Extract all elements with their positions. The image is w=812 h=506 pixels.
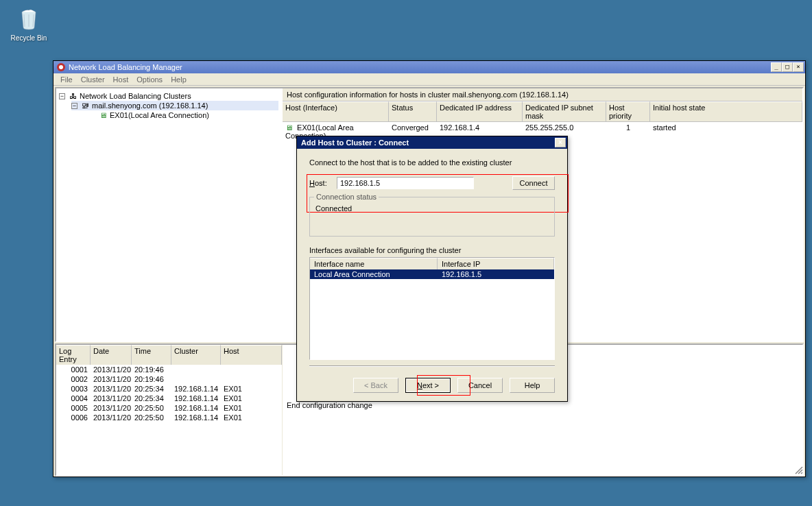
menu-file[interactable]: File bbox=[56, 74, 77, 85]
log-time: 20:19:46 bbox=[132, 374, 171, 384]
host-th-status[interactable]: Status bbox=[389, 101, 437, 121]
interface-row-name: Local Area Connection bbox=[310, 269, 438, 279]
dialog-close-button[interactable]: × bbox=[555, 138, 566, 147]
host-label: Host: bbox=[309, 179, 337, 187]
log-th-time[interactable]: Time bbox=[132, 345, 171, 365]
log-host: EX01 bbox=[221, 384, 282, 394]
log-host: EX01 bbox=[221, 413, 282, 422]
log-th-cluster[interactable]: Cluster bbox=[171, 345, 221, 365]
maximize-button[interactable]: □ bbox=[782, 62, 793, 72]
log-cluster bbox=[171, 365, 221, 374]
menu-help[interactable]: Help bbox=[167, 74, 191, 85]
log-host: EX01 bbox=[221, 403, 282, 413]
minimize-button[interactable]: _ bbox=[771, 62, 782, 72]
log-date: 2013/11/20 bbox=[91, 374, 132, 384]
tree-expand-root[interactable]: − bbox=[59, 93, 65, 99]
log-time: 20:25:34 bbox=[132, 384, 171, 394]
host-th-mask[interactable]: Dedicated IP subnet mask bbox=[523, 101, 606, 121]
log-entry: 0002 bbox=[56, 374, 91, 384]
log-th-date[interactable]: Date bbox=[91, 345, 132, 365]
log-host: EX01 bbox=[221, 394, 282, 403]
back-button: < Back bbox=[353, 378, 398, 393]
log-row[interactable]: 00022013/11/2020:19:46 bbox=[56, 374, 282, 384]
window-titlebar[interactable]: Network Load Balancing Manager _ □ × bbox=[53, 61, 805, 73]
log-row[interactable]: 00052013/11/2020:25:50192.168.1.14EX01 bbox=[56, 403, 282, 413]
log-entry: 0006 bbox=[56, 413, 91, 422]
host-row-state: started bbox=[650, 123, 802, 141]
log-entry: 0001 bbox=[56, 365, 91, 374]
host-th-priority[interactable]: Host priority bbox=[606, 101, 650, 121]
log-time: 20:19:46 bbox=[132, 365, 171, 374]
connection-status-legend: Connection status bbox=[314, 193, 379, 201]
host-th-state[interactable]: Initial host state bbox=[650, 101, 802, 121]
log-cluster: 192.168.1.14 bbox=[171, 403, 221, 413]
log-cluster: 192.168.1.14 bbox=[171, 394, 221, 403]
log-row[interactable]: 00012013/11/2020:19:46 bbox=[56, 365, 282, 374]
log-row[interactable]: 00032013/11/2020:25:34192.168.1.14EX01 bbox=[56, 384, 282, 394]
cluster-icon: 🖳 bbox=[80, 101, 90, 110]
log-th-entry[interactable]: Log Entry bbox=[56, 345, 91, 365]
tree-root-label: Network Load Balancing Clusters bbox=[80, 92, 191, 100]
dialog-instruction: Connect to the host that is to be added … bbox=[309, 158, 555, 167]
interface-th-name[interactable]: Interface name bbox=[310, 258, 438, 269]
resize-grip-icon[interactable] bbox=[794, 466, 804, 475]
log-date: 2013/11/20 bbox=[91, 394, 132, 403]
log-th-host[interactable]: Host bbox=[221, 345, 282, 365]
connect-button[interactable]: Connect bbox=[512, 176, 555, 190]
tree-host-label[interactable]: EX01(Local Area Connection) bbox=[110, 111, 209, 119]
interface-th-ip[interactable]: Interface IP bbox=[438, 258, 554, 269]
log-cluster: 192.168.1.14 bbox=[171, 384, 221, 394]
host-row-priority: 1 bbox=[606, 123, 650, 141]
menu-options[interactable]: Options bbox=[132, 74, 167, 85]
connection-status-text: Connected bbox=[315, 204, 549, 213]
connection-status-group: Connection status Connected bbox=[309, 197, 555, 237]
svg-point-2 bbox=[59, 65, 63, 69]
recycle-bin-glyph bbox=[16, 7, 41, 32]
window-title: Network Load Balancing Manager bbox=[69, 63, 771, 71]
log-row[interactable]: 00042013/11/2020:25:34192.168.1.14EX01 bbox=[56, 394, 282, 403]
log-time: 20:25:50 bbox=[132, 403, 171, 413]
log-date: 2013/11/20 bbox=[91, 413, 132, 422]
recycle-bin-icon[interactable]: Recycle Bin bbox=[8, 7, 49, 42]
host-config-header: Host configuration information for hosts… bbox=[283, 88, 802, 101]
log-host bbox=[221, 365, 282, 374]
log-date: 2013/11/20 bbox=[91, 384, 132, 394]
log-time: 20:25:50 bbox=[132, 413, 171, 422]
log-detail-text: End configuration change bbox=[287, 401, 798, 409]
dialog-titlebar[interactable]: Add Host to Cluster : Connect × bbox=[297, 136, 567, 149]
menu-host[interactable]: Host bbox=[109, 74, 133, 85]
cluster-tree[interactable]: − 🖧 Network Load Balancing Clusters − 🖳 … bbox=[56, 88, 283, 341]
nlb-app-icon bbox=[56, 62, 66, 72]
interface-list[interactable]: Interface name Interface IP Local Area C… bbox=[309, 257, 555, 360]
log-date: 2013/11/20 bbox=[91, 403, 132, 413]
host-icon: 🖥 bbox=[98, 111, 108, 119]
host-th-interface[interactable]: Host (Interface) bbox=[283, 101, 389, 121]
clusters-icon: 🖧 bbox=[68, 92, 77, 100]
log-cluster: 192.168.1.14 bbox=[171, 413, 221, 422]
interfaces-label: Interfaces available for configuring the… bbox=[309, 246, 555, 254]
menu-cluster[interactable]: Cluster bbox=[77, 74, 109, 85]
log-cluster bbox=[171, 374, 221, 384]
add-host-dialog: Add Host to Cluster : Connect × Connect … bbox=[296, 136, 568, 402]
log-entry: 0003 bbox=[56, 384, 91, 394]
tree-expand-cluster[interactable]: − bbox=[71, 103, 77, 109]
dialog-title: Add Host to Cluster : Connect bbox=[301, 138, 555, 147]
menubar: File Cluster Host Options Help bbox=[53, 73, 805, 86]
recycle-bin-label: Recycle Bin bbox=[8, 34, 49, 42]
cancel-button[interactable]: Cancel bbox=[457, 378, 503, 393]
log-entry: 0005 bbox=[56, 403, 91, 413]
log-host bbox=[221, 374, 282, 384]
close-button[interactable]: × bbox=[793, 62, 804, 72]
log-time: 20:25:34 bbox=[132, 394, 171, 403]
interface-row[interactable]: Local Area Connection 192.168.1.5 bbox=[310, 269, 554, 279]
interface-row-ip: 192.168.1.5 bbox=[438, 269, 554, 279]
host-th-ip[interactable]: Dedicated IP address bbox=[437, 101, 523, 121]
host-input[interactable] bbox=[337, 177, 474, 189]
help-button[interactable]: Help bbox=[510, 378, 555, 393]
host-row-icon: 🖥 bbox=[285, 123, 295, 132]
tree-cluster-label[interactable]: mail.shenyong.com (192.168.1.14) bbox=[92, 101, 208, 110]
log-row[interactable]: 00062013/11/2020:25:50192.168.1.14EX01 bbox=[56, 413, 282, 422]
next-button[interactable]: Next > bbox=[405, 378, 451, 393]
log-date: 2013/11/20 bbox=[91, 365, 132, 374]
log-entry: 0004 bbox=[56, 394, 91, 403]
